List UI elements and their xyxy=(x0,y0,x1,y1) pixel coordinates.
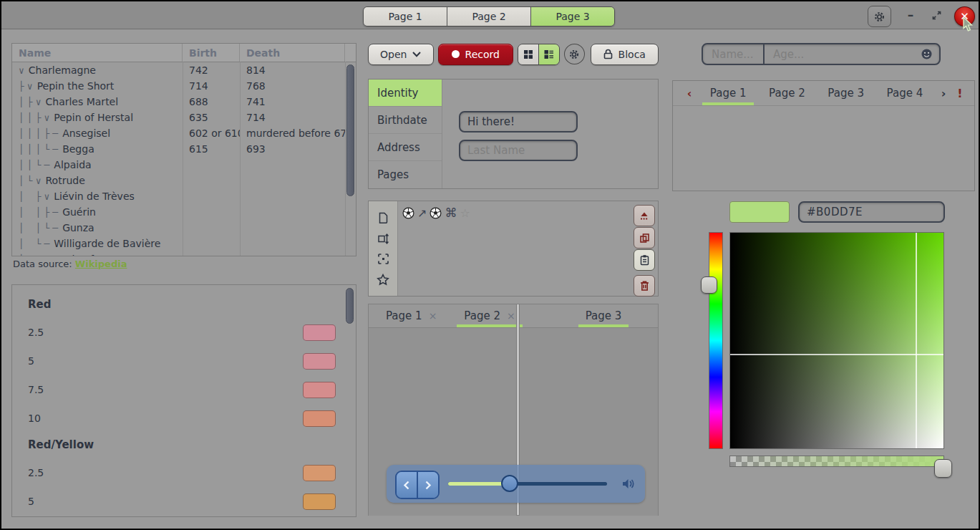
previous-button[interactable] xyxy=(397,472,417,498)
titlebar-tab-page2[interactable]: Page 2 xyxy=(447,7,531,26)
tree-guide[interactable]: ││├∨ xyxy=(19,112,52,123)
color-swatch xyxy=(303,465,336,481)
list-view-button[interactable] xyxy=(538,44,559,64)
pager-tab-page4[interactable]: Page 4 xyxy=(875,81,934,105)
list-scrollbar[interactable] xyxy=(346,288,354,324)
wikipedia-link[interactable]: Wikipedia xyxy=(75,259,127,269)
smiley-icon[interactable] xyxy=(921,48,933,60)
tab-birthdate[interactable]: Birthdate xyxy=(369,107,442,134)
tree-guide[interactable]: │├∨ xyxy=(19,97,44,107)
paste-button[interactable] xyxy=(634,249,655,271)
table-row[interactable]: │ │├─Guérin xyxy=(12,204,356,220)
pager-tab-page1[interactable]: Page 1 xyxy=(699,81,757,105)
table-row[interactable]: │ │└─Gunza xyxy=(12,220,356,236)
resize-icon[interactable] xyxy=(377,233,389,245)
column-header-birth[interactable]: Birth xyxy=(183,44,240,62)
list-item[interactable]: 10 xyxy=(28,404,356,433)
document-icon[interactable] xyxy=(377,211,389,224)
saturation-value-picker[interactable] xyxy=(729,232,944,449)
list-item[interactable]: 7.5 xyxy=(28,516,356,517)
column-header-name[interactable]: Name xyxy=(12,44,183,62)
hue-slider-handle[interactable] xyxy=(701,276,717,294)
name-input[interactable] xyxy=(703,44,765,64)
table-row[interactable]: │││├─Ansegisel602 or 610murdered before … xyxy=(12,125,356,141)
tree-guide[interactable]: ├∨ xyxy=(19,81,36,92)
alpha-slider-handle[interactable] xyxy=(934,459,952,478)
bloca-button[interactable]: Bloca xyxy=(591,44,659,65)
star-icon[interactable] xyxy=(377,274,389,286)
table-row[interactable]: │ └─Willigarde de Bavière xyxy=(12,236,356,251)
doc-tab-page2[interactable]: Page 2× xyxy=(455,304,523,327)
list-item[interactable]: 5 xyxy=(28,347,356,375)
table-row[interactable]: ∨Charlemagne742814 xyxy=(12,62,356,78)
table-row[interactable]: │││└─Begga615693 xyxy=(12,141,356,157)
doc-tab-page3[interactable]: Page 3 xyxy=(577,304,631,327)
list-item[interactable]: 2.5 xyxy=(28,318,356,347)
first-name-input[interactable] xyxy=(459,111,578,132)
chevron-down-icon xyxy=(412,52,421,57)
hex-color-input[interactable] xyxy=(798,201,945,223)
list-item[interactable]: 5 xyxy=(28,487,356,516)
tree-guide: │ │└─ xyxy=(19,223,61,233)
document-tab-strip: Page 1× Page 2× Page 3 xyxy=(369,304,658,328)
table-row[interactable]: │ ├∨Liévin de Trèves xyxy=(12,188,356,204)
record-button[interactable]: Record xyxy=(438,44,513,65)
table-row[interactable]: │├∨Charles Martel688741 xyxy=(12,94,356,110)
pager-tab-page3[interactable]: Page 3 xyxy=(817,81,875,105)
titlebar-tab-page3[interactable]: Page 3 xyxy=(531,7,614,26)
settings-round-button[interactable] xyxy=(564,44,585,64)
command-icon[interactable]: ⌘ xyxy=(445,206,457,220)
column-divider xyxy=(240,62,241,256)
delete-button[interactable] xyxy=(634,275,655,297)
genealogy-header: Name Birth Death xyxy=(12,44,356,62)
table-scrollbar[interactable] xyxy=(346,64,354,196)
grid-view-button[interactable] xyxy=(518,44,538,64)
tab-pages[interactable]: Pages xyxy=(369,161,442,188)
list-item[interactable]: 7.5 xyxy=(28,375,356,404)
pager-next-icon[interactable]: › xyxy=(934,87,953,100)
doc-tab-page1[interactable]: Page 1× xyxy=(377,304,445,327)
minimize-button[interactable]: – xyxy=(902,6,919,24)
open-button[interactable]: Open xyxy=(368,44,434,65)
settings-button[interactable] xyxy=(868,6,891,27)
table-row[interactable]: ││├∨Pepin of Herstal635714 xyxy=(12,110,356,125)
tab-identity[interactable]: Identity xyxy=(369,80,442,107)
last-name-input[interactable] xyxy=(459,140,578,161)
tree-guide[interactable]: ├∨ xyxy=(19,254,36,256)
selected-color-swatch[interactable] xyxy=(729,201,790,223)
tab-address[interactable]: Address xyxy=(369,134,442,161)
star-outline-icon[interactable]: ☆ xyxy=(460,206,470,220)
close-tab-icon[interactable]: × xyxy=(507,310,515,322)
table-row[interactable]: ││└─Alpaida xyxy=(12,157,356,173)
person-input-group xyxy=(702,43,941,65)
list-item[interactable]: 2.5 xyxy=(28,458,356,487)
titlebar-tab-page1[interactable]: Page 1 xyxy=(364,7,447,26)
tree-guide[interactable]: ∨ xyxy=(19,65,27,76)
color-swatch xyxy=(303,353,336,370)
volume-icon[interactable] xyxy=(621,478,635,490)
next-button[interactable] xyxy=(417,472,438,498)
focus-icon[interactable] xyxy=(377,253,389,265)
table-row[interactable]: │└∨Rotrude xyxy=(12,173,356,188)
tree-guide[interactable]: │ ├∨ xyxy=(19,191,52,202)
pager-tab-page2[interactable]: Page 2 xyxy=(757,81,816,105)
alpha-slider[interactable] xyxy=(729,456,944,467)
table-row[interactable]: ├∨Pepin the Short714768 xyxy=(12,78,356,94)
soccer-ball-icon[interactable] xyxy=(430,207,442,219)
column-header-death[interactable]: Death xyxy=(240,44,345,62)
maximize-button[interactable] xyxy=(927,6,946,24)
table-row[interactable]: ├∨Bertrade of Laon710783 xyxy=(12,251,356,256)
copy-button[interactable] xyxy=(634,227,655,249)
pager-overflow-icon[interactable]: ! xyxy=(953,87,967,100)
hue-slider[interactable] xyxy=(709,232,723,449)
soccer-ball-icon[interactable] xyxy=(402,207,414,219)
arrow-up-right-icon[interactable]: ↗ xyxy=(417,206,427,220)
pager-prev-icon[interactable]: ‹ xyxy=(680,87,699,100)
upload-button[interactable] xyxy=(634,205,655,226)
tree-guide[interactable]: │└∨ xyxy=(19,175,44,186)
seek-handle[interactable] xyxy=(501,475,518,492)
document-area: Page 1× Page 2× Page 3 xyxy=(368,304,659,516)
age-input[interactable] xyxy=(765,48,921,61)
close-tab-icon[interactable]: × xyxy=(429,310,437,322)
app-window: { "titlebar": { "tabs": [ {"label": "Pag… xyxy=(0,0,980,530)
